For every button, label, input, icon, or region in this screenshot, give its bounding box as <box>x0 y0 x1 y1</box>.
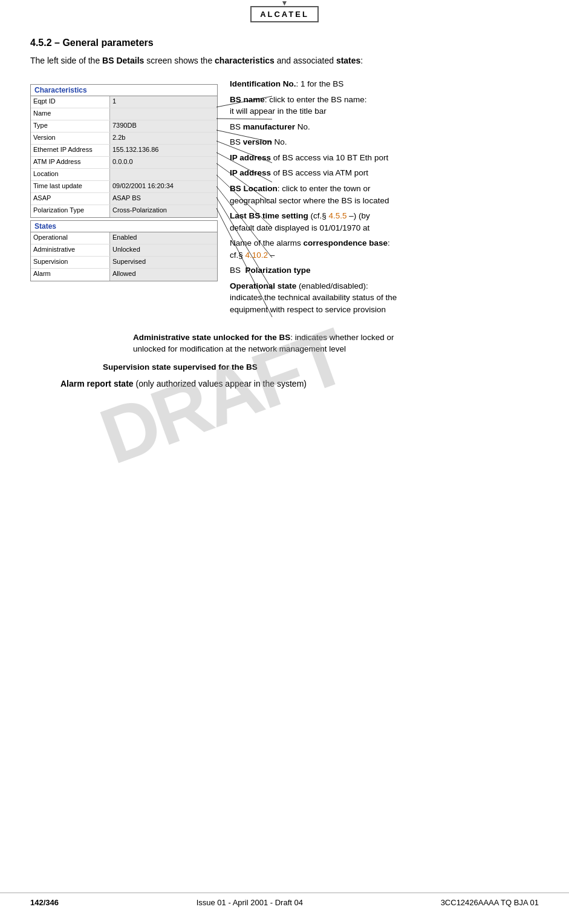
characteristics-section: Characteristics Eqpt ID 1 Name Type 7390… <box>30 84 218 218</box>
panel-row-timeupdate: Time last update 09/02/2001 16:20:34 <box>31 181 217 193</box>
annotation-ip-atm: IP address of BS access via ATM port <box>230 167 539 179</box>
annotation-bs-version: BS version No. <box>230 136 539 148</box>
annotation-ident-no: Identification No.: 1 for the BS <box>230 78 539 90</box>
page-header: ALCATEL <box>0 0 569 25</box>
intro-text-3: and associated <box>275 56 336 65</box>
panel-row-operational: Operational Enabled <box>31 232 217 244</box>
label-administrative: Administrative <box>31 244 109 256</box>
annotation-text-ident-no: Identification No.: 1 for the BS <box>230 78 343 90</box>
value-administrative[interactable]: Unlocked <box>109 244 217 256</box>
annotation-ip-bt: IP address of BS access via 10 BT Eth po… <box>230 152 539 164</box>
label-type: Type <box>31 120 109 132</box>
intro-text-4: : <box>360 56 363 65</box>
characteristics-title: Characteristics <box>31 85 217 96</box>
annotation-text-polarization: BS Polarization type <box>230 264 311 277</box>
label-location: Location <box>31 169 109 180</box>
section-title: 4.5.2 – General parameters <box>30 38 539 48</box>
intro-bold-1: BS Details <box>102 56 144 65</box>
value-asap[interactable]: ASAP BS <box>109 193 217 205</box>
below-panel-section: Administrative state unlocked for the BS… <box>67 332 539 373</box>
annotation-last-bs-time: Last BS time setting (cf.§ 4.5.5 –) (byd… <box>230 210 539 234</box>
intro-bold-3: states <box>336 56 360 65</box>
panel-row-supervision: Supervision Supervised <box>31 257 217 269</box>
annotation-text-last-bs-time: Last BS time setting (cf.§ 4.5.5 –) (byd… <box>230 210 370 234</box>
value-eqptid[interactable]: 1 <box>109 96 217 108</box>
bs-details-panel: Characteristics Eqpt ID 1 Name Type 7390… <box>30 84 218 319</box>
states-title: States <box>31 221 217 232</box>
value-name[interactable] <box>109 108 217 120</box>
annotation-bs-manufacturer: BS manufacturer No. <box>230 121 539 133</box>
value-supervision[interactable]: Supervised <box>109 257 217 268</box>
label-eqptid: Eqpt ID <box>31 96 109 108</box>
label-ethernet: Ethernet IP Address <box>31 145 109 156</box>
annotation-text-bs-location: BS Location: click to enter the town org… <box>230 183 389 206</box>
page-footer: 142/346 Issue 01 - April 2001 - Draft 04… <box>0 893 569 912</box>
value-operational[interactable]: Enabled <box>109 232 217 244</box>
panel-row-administrative: Administrative Unlocked <box>31 244 217 257</box>
admin-annotation: Administrative state unlocked for the BS… <box>133 332 539 355</box>
value-polarization[interactable]: Cross-Polarization <box>109 205 217 217</box>
intro-bold-2: characteristics <box>215 56 275 65</box>
panel-row-location: Location <box>31 169 217 181</box>
value-ethernet[interactable]: 155.132.136.86 <box>109 145 217 156</box>
label-timeupdate: Time last update <box>31 181 109 192</box>
main-content: 4.5.2 – General parameters The left side… <box>0 25 569 409</box>
annotation-text-alarms-corr: Name of the alarms correspondence base:c… <box>230 237 390 261</box>
annotation-text-ip-atm: IP address of BS access via ATM port <box>230 167 368 179</box>
annotation-text-bs-version: BS version No. <box>230 136 287 148</box>
annotations-column: Identification No.: 1 for the BS BS name… <box>218 78 539 319</box>
states-section: States Operational Enabled Administrativ… <box>30 220 218 281</box>
intro-text-2: screen shows the <box>144 56 215 65</box>
annotation-alarms-corr: Name of the alarms correspondence base:c… <box>230 237 539 261</box>
value-timeupdate[interactable]: 09/02/2001 16:20:34 <box>109 181 217 192</box>
annotation-text-bs-name: BS name: click to enter the BS name:it w… <box>230 94 367 117</box>
panel-row-version: Version 2.2b <box>31 133 217 145</box>
value-atm[interactable]: 0.0.0.0 <box>109 157 217 168</box>
value-type[interactable]: 7390DB <box>109 120 217 132</box>
panel-row-alarm: Alarm Allowed <box>31 269 217 281</box>
logo-text: ALCATEL <box>260 10 309 19</box>
alcatel-logo: ALCATEL <box>250 6 319 22</box>
annotation-operational: Operational state (enabled/disabled):ind… <box>230 280 539 316</box>
label-operational: Operational <box>31 232 109 244</box>
panel-row-type: Type 7390DB <box>31 120 217 133</box>
value-version[interactable]: 2.2b <box>109 133 217 144</box>
footer-doc: 3CC12426AAAA TQ BJA 01 <box>441 898 539 907</box>
intro-paragraph: The left side of the BS Details screen s… <box>30 54 539 67</box>
panel-row-polarization: Polarization Type Cross-Polarization <box>31 205 217 217</box>
panel-row-eqptid: Eqpt ID 1 <box>31 96 217 108</box>
label-version: Version <box>31 133 109 144</box>
intro-text-1: The left side of the <box>30 56 102 65</box>
panel-row-atm: ATM IP Address 0.0.0.0 <box>31 157 217 169</box>
label-atm: ATM IP Address <box>31 157 109 168</box>
footer-issue: Issue 01 - April 2001 - Draft 04 <box>197 898 303 907</box>
annotation-text-bs-manufacturer: BS manufacturer No. <box>230 121 310 133</box>
annotation-text-ip-bt: IP address of BS access via 10 BT Eth po… <box>230 152 388 164</box>
panel-row-asap: ASAP ASAP BS <box>31 193 217 205</box>
label-supervision: Supervision <box>31 257 109 268</box>
value-location[interactable] <box>109 169 217 180</box>
label-alarm: Alarm <box>31 269 109 281</box>
label-polarization: Polarization Type <box>31 205 109 217</box>
label-name: Name <box>31 108 109 120</box>
label-asap: ASAP <box>31 193 109 205</box>
annotation-text-operational: Operational state (enabled/disabled):ind… <box>230 280 397 316</box>
supervision-annotation: Supervision state supervised for the BS <box>103 361 539 373</box>
panel-row-ethernet: Ethernet IP Address 155.132.136.86 <box>31 145 217 157</box>
panel-row-name: Name <box>31 108 217 120</box>
annotation-bs-name: BS name: click to enter the BS name:it w… <box>230 94 539 117</box>
alarm-annotation: Alarm report state (only authorized valu… <box>60 379 539 388</box>
annotation-bs-location: BS Location: click to enter the town org… <box>230 183 539 206</box>
value-alarm[interactable]: Allowed <box>109 269 217 281</box>
annotation-polarization: BS Polarization type <box>230 264 539 277</box>
footer-page: 142/346 <box>30 898 59 907</box>
main-layout: Characteristics Eqpt ID 1 Name Type 7390… <box>30 78 539 319</box>
